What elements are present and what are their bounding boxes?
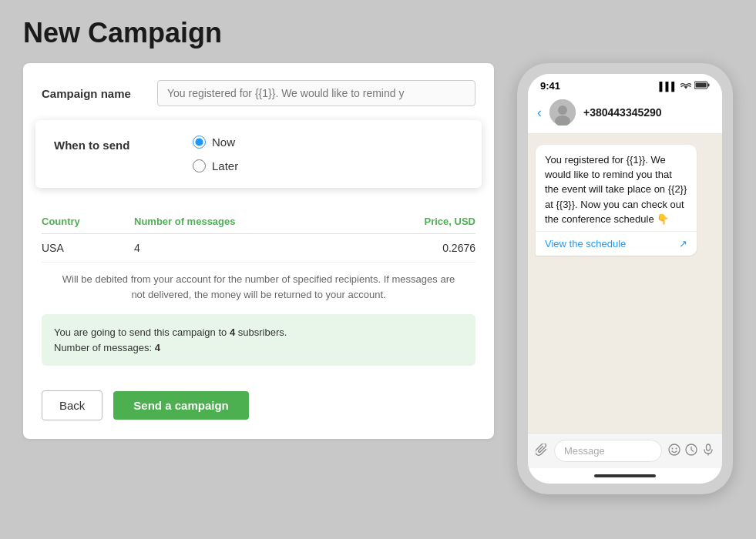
radio-later-input[interactable]	[193, 159, 206, 172]
view-schedule-label: View the schedule	[545, 238, 626, 249]
info-line1: You are going to send this campaign to	[54, 326, 227, 338]
message-bubble: You registered for {{1}}. We would like …	[536, 145, 697, 256]
attachment-icon[interactable]	[536, 444, 548, 459]
radio-now-label: Now	[212, 136, 235, 149]
campaign-name-label: Campaign name	[42, 87, 157, 100]
debit-note: Will be debited from your account for th…	[42, 272, 475, 302]
page-title: New Campaign	[0, 0, 756, 63]
svg-point-7	[672, 448, 674, 450]
col-price-header: Price, USD	[398, 216, 475, 227]
radio-later-label: Later	[212, 159, 238, 172]
campaign-name-row: Campaign name	[23, 63, 494, 120]
link-arrow-icon: ↗	[679, 238, 687, 249]
table-row: USA 4 0.2676	[42, 234, 475, 263]
col-messages-header: Number of messages	[134, 216, 398, 227]
when-to-send-label: When to send	[54, 136, 170, 152]
info-line2: Number of messages:	[54, 342, 152, 353]
message-text: You registered for {{1}}. We would like …	[545, 154, 687, 225]
signal-icon: ▌▌▌	[660, 82, 677, 91]
emoji-icon[interactable]	[668, 444, 680, 458]
svg-point-4	[558, 105, 567, 115]
message-input[interactable]: Message	[554, 440, 662, 462]
send-campaign-button[interactable]: Send a campaign	[113, 391, 248, 420]
wifi-icon	[680, 81, 691, 92]
messages-area: You registered for {{1}}. We would like …	[528, 134, 722, 433]
svg-rect-1	[708, 84, 710, 87]
battery-icon	[694, 81, 710, 91]
phone-header: ‹ +380443345290	[528, 95, 722, 134]
radio-options: Now Later	[193, 136, 238, 172]
when-to-send-row: When to send Now Later	[54, 136, 463, 172]
phone-home-indicator	[528, 468, 722, 484]
input-icons	[668, 444, 714, 458]
phone-screen: 9:41 ▌▌▌	[528, 74, 722, 484]
campaign-form-panel: Campaign name When to send Now Later	[23, 63, 494, 439]
cell-price: 0.2676	[398, 242, 475, 254]
info-subscribers-count: 4	[230, 326, 235, 338]
cell-country: USA	[42, 242, 134, 254]
phone-back-arrow[interactable]: ‹	[537, 105, 542, 121]
phone-input-bar: Message	[528, 433, 722, 468]
status-icons: ▌▌▌	[660, 81, 710, 92]
buttons-row: Back Send a campaign	[23, 378, 494, 439]
info-box-label: subsribers.	[238, 326, 287, 338]
svg-point-6	[669, 444, 680, 455]
recipients-table-section: Country Number of messages Price, USD US…	[23, 194, 494, 302]
clock-icon[interactable]	[685, 444, 697, 458]
home-bar	[594, 474, 656, 477]
cell-messages: 4	[134, 242, 398, 254]
phone-preview-panel: 9:41 ▌▌▌	[517, 63, 733, 494]
svg-rect-10	[707, 444, 711, 450]
radio-later-option[interactable]: Later	[193, 159, 238, 172]
radio-now-input[interactable]	[193, 136, 206, 149]
col-country-header: Country	[42, 216, 134, 227]
when-to-send-panel: When to send Now Later	[35, 120, 482, 188]
phone-mockup: 9:41 ▌▌▌	[517, 63, 733, 494]
radio-now-option[interactable]: Now	[193, 136, 238, 149]
view-schedule-link[interactable]: View the schedule ↗	[536, 231, 697, 256]
info-box: You are going to send this campaign to 4…	[42, 314, 475, 366]
table-header: Country Number of messages Price, USD	[42, 209, 475, 234]
svg-point-8	[676, 448, 677, 450]
info-messages-count-val: 4	[155, 342, 160, 353]
phone-status-bar: 9:41 ▌▌▌	[528, 74, 722, 95]
contact-avatar	[549, 99, 576, 126]
message-placeholder: Message	[564, 445, 605, 457]
back-button[interactable]: Back	[42, 390, 102, 420]
status-time: 9:41	[540, 80, 560, 92]
svg-rect-2	[696, 83, 707, 88]
campaign-name-input[interactable]	[157, 80, 475, 106]
mic-icon[interactable]	[702, 444, 714, 458]
info-box-text: You are going to send this campaign to 4…	[54, 325, 463, 355]
contact-name: +380443345290	[583, 106, 662, 119]
